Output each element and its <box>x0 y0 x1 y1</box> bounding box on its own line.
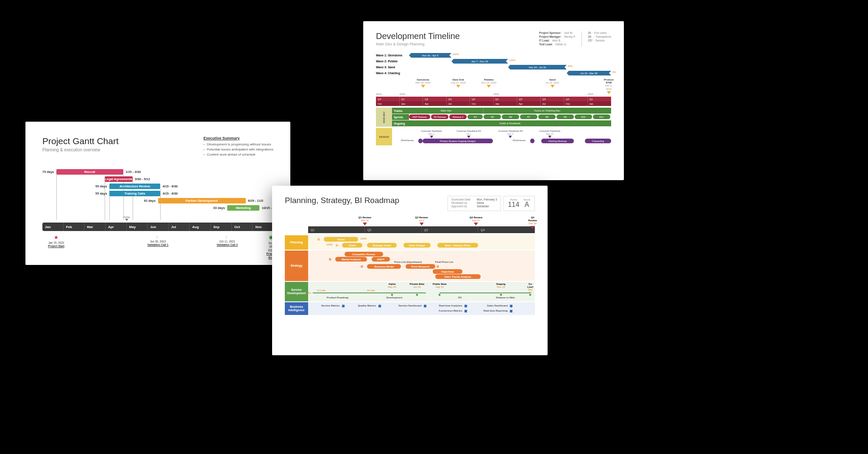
bi-item: Service Dashboard <box>398 304 421 307</box>
milestone-dot-icon <box>390 293 393 296</box>
quarter-bar: Q1Q2Q3Q4 <box>308 226 535 233</box>
gear-icon: ✲ <box>360 265 364 269</box>
service-milestone: StagingNov 13 <box>496 283 506 288</box>
review-marker: Q1 ReviewMar 31 <box>359 216 371 226</box>
track-bar: Main Dev <box>409 108 484 114</box>
design-text: Wireframes <box>401 139 414 142</box>
bi-marker-icon <box>342 305 345 308</box>
axis-month: Mar <box>84 223 106 231</box>
feedback-marker: Customer FeedbackMar 1 <box>421 130 442 138</box>
project-info: Project Sponsor:Jodi W.Project Manager:W… <box>539 31 611 47</box>
service-milestone: Private BetaJun 30 <box>409 283 424 288</box>
milestone-dot-icon <box>438 293 441 296</box>
service-dev-section: Service Development AlphaMay 20Private B… <box>285 282 535 301</box>
sprint-pill: Release 3 <box>449 114 467 119</box>
strategy-bar: Business Model <box>367 264 401 269</box>
service-milestone: Public BetaAug 10 <box>433 283 447 288</box>
sprint-pill: MSP Release <box>409 114 430 119</box>
task-dates: 6/29 - 11/3 <box>248 199 263 203</box>
stat-row: 2K ↑ End users <box>588 31 611 34</box>
design-pill: Onboarding <box>585 139 611 143</box>
gantt-chart-card: Project Gantt Chart Planning & execution… <box>25 122 290 265</box>
feedback-marker: Customer FeedbackMay 21 <box>539 130 560 138</box>
sprint-pill: R5 <box>484 114 501 119</box>
feedback-marker: Customer Feedback R2Jul 1 <box>456 130 481 138</box>
service-bar-label: RC <box>458 296 462 299</box>
card1-title: Project Gantt Chart <box>42 136 119 146</box>
percent-label: 100% <box>360 237 367 240</box>
task-dates: 4/15 - 6/30 <box>162 184 178 188</box>
strategy-text: Final Price List <box>435 261 453 263</box>
dev-milestone: PebblesNov 19, 2020 <box>481 78 497 88</box>
planning-bar: Goals <box>342 243 362 248</box>
maindev-label: MAIN DEV <box>376 108 392 127</box>
gantt-bars: Today Recruit75 days1/15 - 4/30Legal Agr… <box>42 169 273 220</box>
axis-month: Jul <box>169 223 190 231</box>
sprint-pill: R7 <box>520 114 537 119</box>
executive-summary: Executive Summary Development is progres… <box>203 136 273 157</box>
service-bar-label: Development <box>386 296 402 299</box>
sprint-pill: R8 <box>538 114 556 119</box>
axis-month: Nov <box>253 223 273 231</box>
bi-item: Service Metrics <box>321 304 340 307</box>
month-scale: OctJanAprJulOctJanAprJulOctJan <box>376 101 611 106</box>
summary-item: Content work ahead of schedule <box>203 152 273 157</box>
summary-item: Development is progressing without issue… <box>203 142 273 147</box>
gantt-task-bar: Legal Agreements <box>105 176 132 182</box>
bi-item: Real-time Analytics <box>439 304 462 307</box>
year-label: 2022 <box>588 93 593 95</box>
sprint-pill: R6 <box>502 114 519 119</box>
card2-title: Development Timeline <box>376 31 460 41</box>
review-marker: Q4 ReviewDec 30 <box>528 216 537 229</box>
task-dates: 4/15 - 6/30 <box>162 192 178 195</box>
main-dev-section: MAIN DEV Tracks Main DevFocus on Chartin… <box>376 108 611 127</box>
info-row: Project Sponsor:Jodi W. <box>539 31 576 34</box>
quarter-scale: Q4Q1Q2Q3Q4Q1Q2Q3Q4Q1 <box>376 97 611 101</box>
axis-month: Jan <box>42 223 64 231</box>
strategy-bar: Sales Trends Analysis <box>435 274 481 279</box>
score-box: Points 114 Score A <box>504 196 535 211</box>
task-duration: 55 days <box>95 184 107 188</box>
review-marker: Q2 ReviewJul 3 <box>415 216 428 226</box>
year-label: 2021 <box>494 93 499 95</box>
ongoing-bar: Hotfix & Feedback <box>409 120 611 126</box>
milestone: ☾Jun 30, 2022Validation Call 1 <box>147 234 169 247</box>
milestone: ☾Oct 11, 2022Validation Call 2 <box>217 234 238 247</box>
design-text: Wireframes <box>513 139 526 142</box>
feedback-marker: Customer Feedback R3Dec 3 <box>498 130 523 138</box>
roadmap-card: Planning, Strategy, BI Roadmap Scorecard… <box>272 186 548 355</box>
dev-milestone: Data GridAug 22, 2020 <box>451 78 466 88</box>
scorecard-row: Approved bySebastian <box>451 205 497 208</box>
wave-row: Wave 1: GemstoneNov 16 - Apr 5100% <box>376 53 611 58</box>
axis-month: Apr <box>106 223 127 231</box>
task-duration: 55 days <box>95 192 107 195</box>
bi-item: Real-time Reporting <box>484 309 508 312</box>
planning-bar: Vision <box>324 237 358 242</box>
service-bar-label: Release to Web <box>496 296 515 299</box>
service-bar-label: Product Roadmap <box>327 296 349 299</box>
strategy-section: Strategy Competitor Review✲Market Analys… <box>285 251 535 281</box>
gantt-task-bar: Architecture Review <box>109 184 160 189</box>
axis-month: May <box>127 223 148 231</box>
gear-icon: ✲ <box>328 257 332 262</box>
review-marker: Q3 ReviewSep 27 <box>470 216 482 226</box>
strategy-bar: Market Analysis <box>335 257 367 262</box>
gantt-task-bar: Partner Development <box>158 198 246 203</box>
review-markers: Q1 ReviewMar 31Q2 ReviewJul 3Q3 ReviewSe… <box>308 216 535 226</box>
milestone-dot-icon <box>499 293 502 296</box>
bi-marker-icon <box>510 310 513 313</box>
design-pill: Primary Screens Ongoing Designs <box>423 139 492 143</box>
sprint-pill: R11 <box>593 114 610 119</box>
strategy-text: Price List (Hypothesis) <box>394 261 422 263</box>
scorecard-row: Reviewed byDiana <box>451 201 497 204</box>
wave-row: Wave 2: PebbleApr 7 - Nov 19100% <box>376 58 611 64</box>
milestone: ★Jan 15, 2022Project Start <box>48 234 64 248</box>
dev-milestones: GemstoneMar 28, 2020Data GridAug 22, 202… <box>376 78 611 92</box>
bi-section: Business Intelligence Service MetricsQua… <box>285 302 535 315</box>
scorecard-box: Scorecard DateMon, February 3Reviewed by… <box>448 196 501 211</box>
year-label: 2020 <box>400 93 405 95</box>
track-bar: Focus on Charting Dev <box>484 108 611 114</box>
bi-item: Sales Dashboard <box>487 304 508 307</box>
milestone-row: ★Jan 15, 2022Project Start☾Jun 30, 2022V… <box>42 234 273 251</box>
planning-bar: Strategic Intent <box>367 243 397 248</box>
